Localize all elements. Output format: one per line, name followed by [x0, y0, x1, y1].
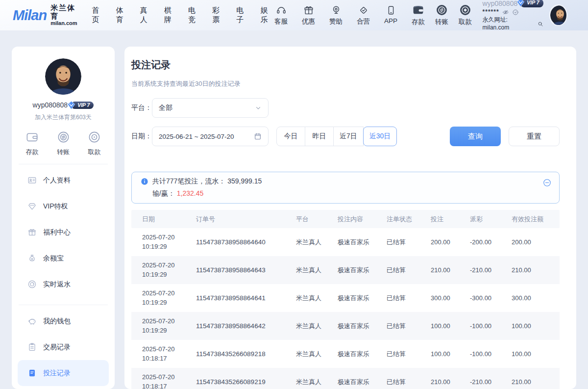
nav-item-chess[interactable]: 棋牌 [164, 6, 174, 25]
sidebar-item-label: 我的钱包 [43, 317, 71, 326]
table-row[interactable]: 2025-07-2010:18:17 1154738435266089219 米… [131, 368, 560, 389]
table-row[interactable]: 2025-07-2010:19:29 1154738738958864643 米… [131, 256, 560, 284]
quick-date-today[interactable]: 今日 [276, 127, 305, 146]
cell-order-number: 1154738435266089218 [196, 350, 296, 358]
table-row[interactable]: 2025-07-2010:19:29 1154738738958864642 米… [131, 312, 560, 340]
table-row[interactable]: 2025-07-2010:19:29 1154738738958864640 米… [131, 228, 560, 256]
user-avatar[interactable] [550, 5, 566, 25]
avatar-image [45, 58, 81, 95]
cell-valid: 210.00 [512, 378, 560, 386]
reset-button[interactable]: 重置 [509, 127, 560, 146]
deposit-button[interactable]: 存款 [409, 4, 428, 26]
nav-item-home[interactable]: 首页 [92, 6, 102, 25]
table-row[interactable]: 2025-07-2010:19:29 1154738738958864641 米… [131, 284, 560, 312]
nav-item-sports[interactable]: 体育 [116, 6, 126, 25]
app-download-button[interactable]: APP [381, 5, 401, 26]
cell-payout: -210.00 [470, 378, 512, 386]
col-header-order: 订单号 [196, 215, 296, 224]
cell-valid: 100.00 [512, 322, 560, 330]
platform-select[interactable]: 全部 [152, 98, 269, 118]
cell-date: 2025-07-2010:19:29 [142, 233, 196, 252]
nav-item-entertainment[interactable]: 娱乐 [260, 6, 270, 25]
info-icon [141, 178, 148, 185]
cell-bet: 210.00 [431, 266, 470, 274]
eye-off-icon[interactable] [502, 9, 509, 16]
page-title: 投注记录 [131, 58, 560, 72]
sidebar-transfer-button[interactable]: 转账 [57, 130, 70, 156]
gift-icon [303, 5, 314, 16]
sidebar-deposit-button[interactable]: 存款 [25, 130, 39, 156]
partnership-button[interactable]: 合营 [353, 5, 374, 26]
sidebar-item-welfare[interactable]: 福利中心 [18, 219, 109, 245]
cell-status: 已结算 [387, 378, 431, 387]
logo-domain-text: milan.com [50, 20, 77, 26]
refresh-balance-icon[interactable] [512, 9, 519, 16]
sponsor-button[interactable]: 赞助 [326, 5, 346, 26]
minus-circle-icon [543, 179, 551, 187]
withdraw-button[interactable]: 取款 [456, 4, 475, 26]
cell-content: 极速百家乐 [338, 322, 387, 331]
cell-valid: 100.00 [512, 350, 560, 358]
sidebar-avatar[interactable] [45, 58, 81, 95]
search-icon[interactable] [538, 21, 543, 27]
sidebar-item-vip[interactable]: VIP特权 [18, 193, 109, 219]
sidebar-item-rebate[interactable]: 实时返水 [18, 271, 109, 297]
sidebar-item-yuebao[interactable]: 余额宝 [18, 245, 109, 271]
cell-platform: 米兰真人 [296, 322, 338, 331]
nav-item-lottery[interactable]: 彩票 [212, 6, 222, 25]
sidebar-item-label: 投注记录 [43, 369, 71, 378]
promotions-label: 优惠 [302, 17, 315, 26]
quick-date-yesterday[interactable]: 昨日 [305, 127, 334, 146]
promotions-button[interactable]: 优惠 [298, 5, 319, 26]
sidebar-username: wyp080808 [33, 101, 68, 109]
cell-bet: 100.00 [431, 322, 470, 330]
transfer-button[interactable]: 转账 [433, 4, 451, 26]
bet-records-icon [27, 368, 37, 378]
sidebar-item-transactions[interactable]: 交易记录 [18, 334, 109, 360]
customer-service-button[interactable]: 客服 [271, 5, 292, 26]
sidebar-item-label: 个人资料 [43, 176, 71, 185]
main-nav: 首页 体育 真人 棋牌 电竞 彩票 电子 娱乐 [92, 6, 271, 25]
sidebar-item-wallet[interactable]: 我的钱包 [18, 308, 109, 334]
quick-date-30days[interactable]: 近30日 [363, 127, 397, 146]
sidebar-transfer-label: 转账 [57, 148, 70, 156]
col-header-status: 注单状态 [387, 215, 431, 224]
withdraw-circle-icon [459, 4, 471, 16]
sidebar-item-profile[interactable]: 个人资料 [18, 167, 109, 193]
smartphone-icon [386, 5, 396, 16]
nav-item-slots[interactable]: 电子 [236, 6, 246, 25]
masked-balance: ****** [483, 8, 499, 16]
date-label: 日期： [131, 132, 152, 141]
date-range-input[interactable]: 2025-06-21 ~ 2025-07-20 [152, 127, 269, 146]
cell-bet: 100.00 [431, 350, 470, 358]
sidebar-vip-badge: VIP 7 [71, 102, 94, 109]
bet-records-table: 日期 订单号 平台 投注内容 注单状态 投注 派彩 有效投注额 2025-07-… [131, 210, 560, 389]
cell-payout: -300.00 [470, 294, 512, 302]
brand-logo[interactable]: Milan 米兰体育 milan.com [13, 4, 77, 26]
sidebar-item-bet-records[interactable]: 投注记录 [18, 360, 109, 386]
cell-status: 已结算 [387, 238, 431, 247]
wallet-outline-icon [25, 130, 39, 144]
headset-icon [276, 5, 287, 16]
welfare-gift-icon [27, 228, 37, 237]
cell-order-number: 1154738435266089219 [196, 378, 296, 386]
cell-bet: 210.00 [431, 378, 470, 386]
query-button[interactable]: 查询 [450, 127, 501, 146]
app-label: APP [384, 17, 397, 25]
deposit-label: 存款 [412, 18, 425, 26]
sidebar-divider [19, 164, 108, 164]
nav-item-live-casino[interactable]: 真人 [140, 6, 150, 25]
cell-status: 已结算 [387, 322, 431, 331]
quick-date-7days[interactable]: 近7日 [333, 127, 364, 146]
cell-payout: -200.00 [470, 238, 512, 246]
vip-badge: VIP 7 [520, 0, 543, 7]
table-header-row: 日期 订单号 平台 投注内容 注单状态 投注 派彩 有效投注额 [131, 210, 560, 228]
collapse-summary-button[interactable] [543, 179, 551, 187]
sidebar-withdraw-button[interactable]: 取款 [88, 130, 101, 156]
table-row[interactable]: 2025-07-2010:18:17 1154738435266089218 米… [131, 340, 560, 368]
cell-payout: -100.00 [470, 322, 512, 330]
sidebar-item-label: 实时返水 [43, 280, 71, 289]
cell-content: 极速百家乐 [338, 350, 387, 359]
nav-item-esports[interactable]: 电竞 [188, 6, 198, 25]
cell-status: 已结算 [387, 266, 431, 275]
